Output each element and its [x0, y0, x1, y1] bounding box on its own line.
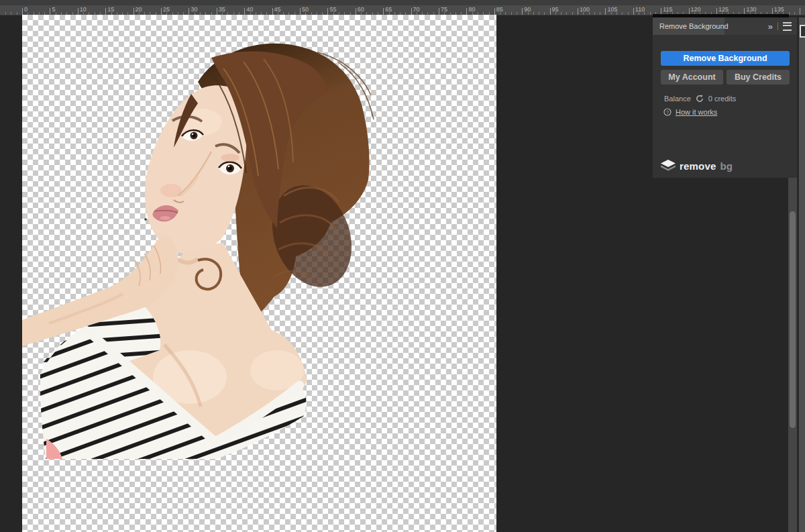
header-separator — [777, 22, 778, 30]
subject-image — [22, 15, 496, 532]
svg-text:?: ? — [666, 109, 669, 115]
logo-suffix: bg — [720, 160, 733, 172]
document-canvas[interactable] — [22, 15, 496, 532]
collapsed-panel-dock[interactable] — [799, 17, 805, 532]
balance-label: Balance — [664, 95, 691, 103]
collapse-panel-icon[interactable]: » — [768, 22, 773, 31]
remove-background-panel: Remove Background » Remove Background My… — [653, 17, 797, 178]
dock-panel-icon[interactable] — [800, 25, 805, 38]
buy-credits-button[interactable]: Buy Credits — [727, 70, 790, 85]
my-account-button[interactable]: My Account — [661, 70, 723, 85]
panel-tab[interactable]: Remove Background — [653, 17, 724, 35]
how-it-works-link[interactable]: How it works — [676, 108, 717, 116]
panel-header: Remove Background » — [653, 17, 797, 35]
photoshop-workspace: 0510152025303540455055606570758085909510… — [0, 0, 805, 532]
refresh-balance-icon[interactable] — [696, 95, 704, 103]
balance-value: 0 credits — [708, 95, 737, 103]
panel-body: Remove Background My Account Buy Credits… — [653, 35, 797, 178]
window-top-strip — [0, 0, 805, 5]
removebg-logo-icon — [660, 159, 676, 172]
remove-background-button[interactable]: Remove Background — [661, 51, 790, 66]
removebg-logo: removebg — [660, 159, 733, 172]
vertical-scrollbar-thumb[interactable] — [790, 211, 796, 428]
help-icon: ? — [663, 108, 672, 116]
logo-text: remove — [680, 160, 716, 172]
panel-menu-icon[interactable] — [783, 22, 792, 31]
